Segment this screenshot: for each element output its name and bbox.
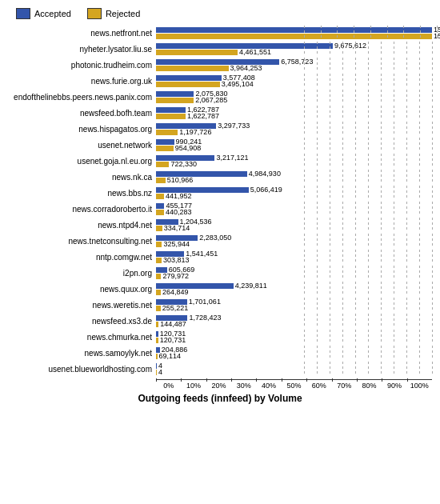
rejected-value: 69,114 xyxy=(159,352,182,360)
x-tick: 90% xyxy=(382,382,406,390)
rejected-bar xyxy=(156,194,164,199)
row-label: news.samoylyk.net xyxy=(8,349,156,358)
bar-chart: news.netfront.net15,106,25315,106,253nyh… xyxy=(8,26,432,378)
rejected-value: 144,487 xyxy=(160,320,186,328)
accepted-value: 4,984,930 xyxy=(249,170,281,178)
x-tick: 10% xyxy=(181,382,206,390)
row-label: news.weretis.net xyxy=(8,301,156,310)
row-label: news.netfront.net xyxy=(8,29,156,38)
rejected-value: 325,944 xyxy=(163,240,190,248)
x-tick: 20% xyxy=(206,382,231,390)
x-tick: 60% xyxy=(306,382,331,390)
row-label: news.hispagatos.org xyxy=(8,125,156,134)
row-label: endofthelinebbs.peers.news.panix.com xyxy=(8,93,156,102)
accepted-bar xyxy=(156,91,194,97)
accepted-value: 1,728,423 xyxy=(189,314,221,322)
table-row: news.furie.org.uk3,577,4083,495,104 xyxy=(8,74,432,88)
accepted-value: 5,066,419 xyxy=(250,186,282,194)
row-label: newsfeed.xs3.de xyxy=(8,317,156,326)
accepted-label: Accepted xyxy=(34,9,71,18)
rejected-bar xyxy=(156,306,161,311)
rejected-bar xyxy=(156,34,432,39)
accepted-value: 9,675,612 xyxy=(334,42,366,50)
rejected-value: 334,714 xyxy=(164,224,190,232)
table-row: photonic.trudheim.com6,758,7233,964,253 xyxy=(8,58,432,72)
bars-wrapper: 3,217,121722,330 xyxy=(156,154,432,168)
row-label: news.bbs.nz xyxy=(8,189,156,198)
x-tick: 30% xyxy=(231,382,256,390)
accepted-color-box xyxy=(16,8,30,19)
bars-wrapper: 44 xyxy=(156,362,432,376)
table-row: news.nk.ca4,984,930510,966 xyxy=(8,170,432,184)
bars-wrapper: 605,669279,972 xyxy=(156,266,432,280)
legend-rejected: Rejected xyxy=(87,8,140,19)
x-tick: 70% xyxy=(332,382,357,390)
rejected-bar xyxy=(156,338,158,343)
rejected-bar xyxy=(156,146,174,151)
row-label: usenet.blueworldhosting.com xyxy=(8,365,156,374)
row-label: usenet.goja.nl.eu.org xyxy=(8,157,156,166)
rejected-bar xyxy=(156,50,238,55)
legend: Accepted Rejected xyxy=(8,8,432,19)
accepted-value: 6,758,723 xyxy=(281,58,313,66)
table-row: newsfeed.xs3.de1,728,423144,487 xyxy=(8,314,432,328)
row-label: news.quux.org xyxy=(8,285,156,294)
bars-wrapper: 4,239,811264,849 xyxy=(156,282,432,296)
rejected-value: 4 xyxy=(158,368,162,376)
bars-wrapper: 5,066,419441,952 xyxy=(156,186,432,200)
bars-wrapper: 1,728,423144,487 xyxy=(156,314,432,328)
rejected-bar xyxy=(156,322,158,327)
legend-accepted: Accepted xyxy=(16,8,71,19)
row-label: news.corradoroberto.it xyxy=(8,205,156,214)
accepted-value: 3,297,733 xyxy=(218,122,250,130)
bars-wrapper: 2,283,050325,944 xyxy=(156,234,432,248)
x-tick: 50% xyxy=(282,382,306,390)
x-tick: 40% xyxy=(256,382,281,390)
bars-wrapper: 455,177440,283 xyxy=(156,202,432,216)
table-row: endofthelinebbs.peers.news.panix.com2,07… xyxy=(8,90,432,104)
rejected-value: 1,197,726 xyxy=(179,128,211,136)
chart-title: Outgoing feeds (innfeed) by Volume xyxy=(8,393,432,404)
table-row: i2pn.org605,669279,972 xyxy=(8,266,432,280)
row-label: news.tnetconsulting.net xyxy=(8,237,156,246)
table-row: nntp.comgw.net1,541,451303,813 xyxy=(8,250,432,264)
rejected-value: 440,283 xyxy=(166,208,192,216)
row-label: i2pn.org xyxy=(8,269,156,278)
x-tick: 80% xyxy=(357,382,382,390)
bars-wrapper: 204,88669,114 xyxy=(156,346,432,360)
row-label: usenet.network xyxy=(8,141,156,150)
row-label: newsfeed.bofh.team xyxy=(8,109,156,118)
accepted-bar xyxy=(156,75,222,81)
bars-wrapper: 120,731120,731 xyxy=(156,330,432,344)
bars-wrapper: 1,622,7871,622,787 xyxy=(156,106,432,120)
row-label: news.nk.ca xyxy=(8,173,156,182)
accepted-bar xyxy=(156,331,158,337)
table-row: usenet.network990,241954,908 xyxy=(8,138,432,152)
rejected-bar xyxy=(156,82,220,87)
table-row: nyheter.lysator.liu.se9,675,6124,461,551 xyxy=(8,42,432,56)
table-row: news.hispagatos.org3,297,7331,197,726 xyxy=(8,122,432,136)
accepted-bar xyxy=(156,139,174,145)
accepted-bar xyxy=(156,27,432,33)
rejected-value: 303,813 xyxy=(163,256,190,264)
chart-container: Accepted Rejected news.netfront.net15,10… xyxy=(0,0,440,504)
rejected-bar xyxy=(156,370,157,375)
table-row: news.bbs.nz5,066,419441,952 xyxy=(8,186,432,200)
row-label: photonic.trudheim.com xyxy=(8,61,156,70)
bars-wrapper: 4,984,930510,966 xyxy=(156,170,432,184)
table-row: news.chmurka.net120,731120,731 xyxy=(8,330,432,344)
rejected-value: 279,972 xyxy=(162,272,189,280)
table-row: news.weretis.net1,701,061255,221 xyxy=(8,298,432,312)
bars-wrapper: 1,701,061255,221 xyxy=(156,298,432,312)
row-label: news.furie.org.uk xyxy=(8,77,156,86)
rejected-bar xyxy=(156,98,194,103)
rejected-value: 1,622,787 xyxy=(187,112,219,120)
bars-wrapper: 990,241954,908 xyxy=(156,138,432,152)
row-label: news.ntpd4.net xyxy=(8,221,156,230)
rejected-bar xyxy=(156,290,161,295)
accepted-value: 1,701,061 xyxy=(189,298,221,306)
rejected-bar xyxy=(156,130,178,135)
bars-wrapper: 1,541,451303,813 xyxy=(156,250,432,264)
bars-wrapper: 6,758,7233,964,253 xyxy=(156,58,432,72)
x-tick: 100% xyxy=(407,382,432,390)
